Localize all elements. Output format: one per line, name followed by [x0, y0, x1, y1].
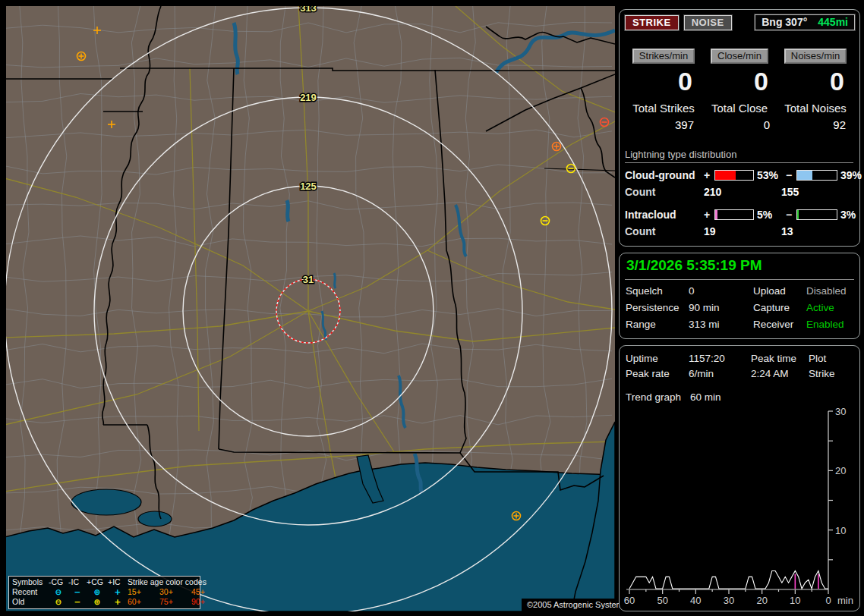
svg-text:40: 40	[690, 595, 701, 606]
status-panel: 3/1/2026 5:35:19 PM Squelch0UploadDisabl…	[619, 253, 860, 339]
trend-graph-row: Trend graph 60 min	[626, 391, 854, 403]
status-label: Squelch	[626, 285, 689, 297]
count-label: Count	[625, 186, 704, 198]
strike-mode-button[interactable]: STRIKE	[625, 15, 679, 30]
minus-bar	[796, 170, 837, 181]
svg-text:20: 20	[835, 465, 846, 476]
status-label: Range	[626, 319, 689, 330]
stats-row: Uptime1157:20Peak timePlot	[626, 353, 854, 364]
status-label2: Upload	[753, 285, 806, 297]
counters-panel: STRIKE NOISE Bng 307° 445mi Strikes/min0…	[619, 9, 860, 247]
status-value2: Enabled	[806, 319, 854, 330]
minus-sign: −	[786, 209, 796, 221]
svg-text:30: 30	[835, 406, 846, 417]
svg-text:20: 20	[756, 595, 767, 606]
svg-text:min: min	[837, 595, 853, 606]
datetime-display: 3/1/2026 5:35:19 PM	[625, 256, 854, 280]
total-label: Total Close	[702, 102, 777, 115]
minus-bar	[796, 209, 837, 220]
plus-bar	[714, 209, 754, 220]
legend-cell: +	[108, 597, 128, 607]
distribution-row: Cloud-ground+53%−39%	[625, 169, 855, 181]
legend-cell: +CG	[87, 577, 108, 587]
svg-text:0: 0	[825, 595, 831, 606]
status-row: Persistence90 minCaptureActive	[626, 302, 854, 313]
count-label: Count	[625, 225, 704, 237]
counter-column-2: Noises/min0Total Noises92	[777, 49, 853, 131]
legend-cell: 75+	[159, 597, 191, 607]
status-label2: Capture	[753, 302, 806, 313]
legend-cell: +	[108, 587, 128, 597]
legend-cell: ⊖	[49, 597, 68, 607]
status-row: Range313 miReceiverEnabled	[626, 319, 854, 330]
legend-cell: −	[68, 597, 87, 607]
legend-cell: 45+	[191, 587, 222, 597]
legend-cell: Symbols	[12, 577, 49, 587]
dist-type-label: Intracloud	[625, 209, 704, 221]
distribution-count-row: Count210155	[625, 186, 855, 198]
stats-value: 6/min	[689, 368, 751, 379]
legend-cell: ⊖	[49, 587, 68, 597]
lake-pontchartrain	[71, 489, 141, 515]
legend-cell: Strike age color codes	[128, 577, 222, 587]
total-value: 92	[777, 118, 853, 131]
plus-bar	[714, 170, 754, 181]
legend-cell: 15+	[128, 587, 159, 597]
distribution-row: Intracloud+5%−3%	[625, 209, 855, 221]
total-label: Total Noises	[777, 102, 853, 115]
rate-counters: Strikes/min0Total Strikes397Close/min0To…	[626, 49, 853, 131]
ring-label-31: 31	[303, 274, 314, 285]
app-window: 31321912531 Symbols-CG-IC+CG+ICStrike ag…	[0, 0, 864, 616]
legend-cell: -IC	[68, 577, 87, 587]
counter-badge[interactable]: Noises/min	[784, 49, 847, 64]
stats-label2: 2:24 AM	[751, 368, 809, 379]
plus-sign: +	[704, 169, 714, 181]
total-value: 397	[626, 118, 702, 131]
svg-text:10: 10	[835, 525, 846, 536]
status-value2: Disabled	[806, 285, 854, 297]
legend-cell: 60+	[128, 597, 159, 607]
lightning-distribution: Lightning type distribution Cloud-ground…	[624, 149, 855, 237]
legend-cell: ⊕	[87, 587, 108, 597]
status-label: Persistence	[626, 302, 689, 313]
legend-cell: −	[68, 587, 87, 597]
minus-percent: 39%	[837, 169, 862, 181]
counter-badge[interactable]: Close/min	[711, 49, 768, 64]
status-value: 313 mi	[689, 319, 753, 330]
trend-graph: 1020300102030405060min	[620, 405, 859, 608]
status-row: Squelch0UploadDisabled	[626, 285, 854, 297]
map-canvas: 31321912531	[6, 6, 615, 611]
lightning-map[interactable]: 31321912531 Symbols-CG-IC+CG+ICStrike ag…	[6, 6, 615, 611]
ring-label-219: 219	[300, 92, 317, 103]
minus-count: 13	[781, 225, 855, 237]
minus-count: 155	[781, 186, 855, 198]
stats-value: 1157:20	[689, 353, 751, 364]
plus-count: 19	[704, 225, 781, 237]
copyright-label: ©2005 Astrogenic Systems	[522, 599, 632, 611]
counter-badge[interactable]: Strikes/min	[632, 49, 695, 64]
bearing-range: 445mi	[818, 16, 848, 28]
stats-label: Peak rate	[626, 368, 689, 379]
svg-text:60: 60	[624, 595, 635, 606]
distribution-count-row: Count1913	[625, 225, 855, 237]
svg-text:10: 10	[790, 595, 800, 606]
stats-trend-panel: Uptime1157:20Peak timePlotPeak rate6/min…	[619, 345, 860, 611]
plus-percent: 53%	[754, 169, 786, 181]
legend-cell: 90+	[191, 597, 222, 607]
dist-type-label: Cloud-ground	[625, 169, 704, 181]
trend-graph-label: Trend graph	[626, 391, 690, 403]
bearing-label: Bng 307°	[762, 16, 807, 28]
counter-column-1: Close/min0Total Close0	[702, 49, 777, 131]
status-label2: Receiver	[753, 319, 806, 330]
legend-cell: ⊕	[87, 597, 108, 607]
map-legend: Symbols-CG-IC+CG+ICStrike age color code…	[8, 576, 200, 609]
status-value: 0	[689, 285, 753, 297]
noise-mode-button[interactable]: NOISE	[684, 15, 732, 30]
stats-value2: Plot	[809, 353, 854, 364]
bearing-display: Bng 307° 445mi	[755, 14, 855, 30]
legend-cell: Recent	[12, 587, 49, 597]
counter-value: 0	[702, 67, 777, 96]
stats-value2: Strike	[809, 368, 854, 379]
legend-cell: -CG	[49, 577, 68, 587]
legend-cell: +IC	[108, 577, 128, 587]
